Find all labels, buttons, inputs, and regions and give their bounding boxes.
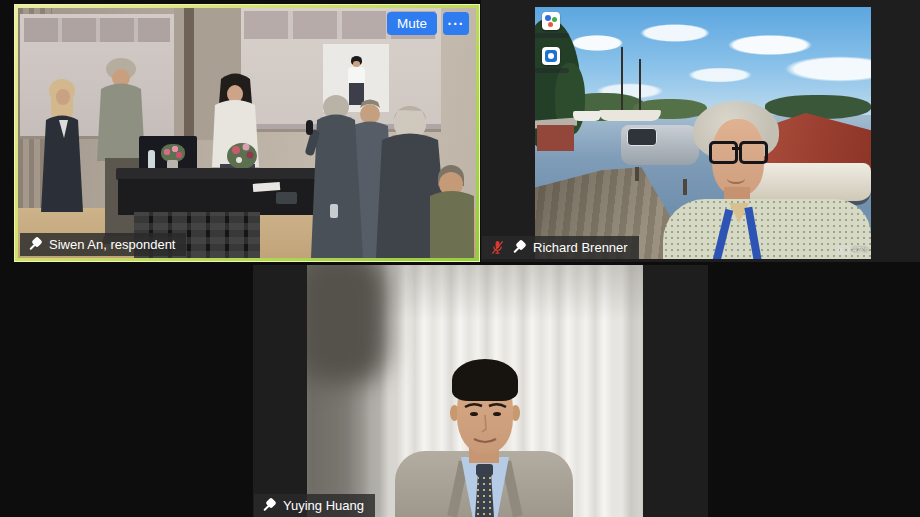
participant-smile (727, 173, 745, 184)
small-boat (573, 111, 601, 121)
video-feed-siwen-an: Mute ··· Siwen An, respondent (18, 8, 476, 258)
participant-name-label: Yuying Huang (283, 498, 364, 513)
outlook-app-icon (542, 47, 560, 65)
pin-icon (28, 237, 42, 252)
sailboat-mast-2 (639, 59, 641, 113)
participant-tile-yuying-huang[interactable]: Yuying Huang (253, 265, 708, 517)
connection-stat: 47% (838, 245, 868, 254)
glasses-bridge (732, 147, 739, 150)
meeting-stage: 47% Richard Brenner (0, 0, 920, 517)
participant-tile-siwen-an[interactable]: Mute ··· Siwen An, respondent (14, 4, 480, 262)
video-feed-richard-brenner: 47% (535, 7, 871, 259)
sailboat-mast (621, 47, 623, 113)
face-features (307, 265, 643, 517)
dock-post-2 (683, 179, 687, 195)
participant-name-label: Richard Brenner (533, 240, 628, 255)
boathouse (537, 125, 574, 151)
sailboat-hull (599, 110, 661, 121)
battery-percent: 47% (852, 245, 868, 254)
video-feed-yuying-huang (307, 265, 643, 517)
dock-post (635, 167, 639, 181)
office-app-icon (542, 12, 560, 30)
pin-icon (262, 498, 276, 513)
nameplate-richard-brenner: Richard Brenner (482, 236, 639, 259)
battery-icon (838, 246, 849, 254)
mic-off-icon (490, 240, 505, 255)
more-options-button[interactable]: ··· (443, 12, 469, 35)
mute-button[interactable]: Mute (387, 12, 437, 35)
motorboat-windshield (627, 128, 657, 146)
island-right (765, 95, 871, 119)
nameplate-yuying-huang: Yuying Huang (254, 494, 375, 517)
glasses-right-lens (739, 141, 768, 164)
outlook-app-label (535, 68, 569, 73)
participant-tile-richard-brenner[interactable]: 47% Richard Brenner (481, 0, 920, 262)
participant-name-label: Siwen An, respondent (49, 237, 175, 252)
tile-hover-controls: Mute ··· (387, 12, 469, 35)
pin-icon (512, 240, 526, 255)
office-app-label (535, 33, 569, 38)
nameplate-siwen-an: Siwen An, respondent (20, 233, 186, 256)
people-group-right (18, 8, 476, 258)
glasses-left-lens (709, 141, 738, 164)
